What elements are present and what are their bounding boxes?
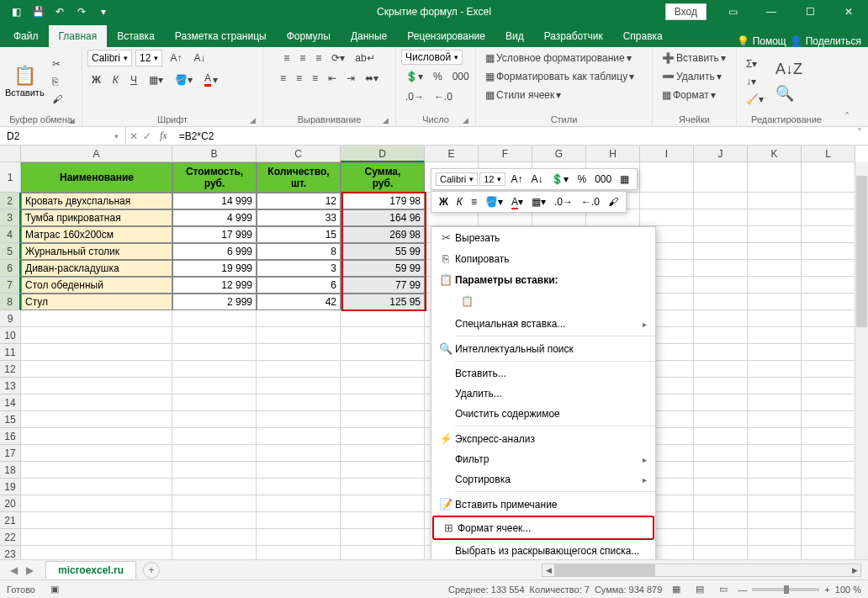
- tab-developer[interactable]: Разработчик: [534, 25, 613, 47]
- copy-icon[interactable]: ⎘: [48, 73, 66, 90]
- redo-icon[interactable]: ↷: [72, 3, 91, 21]
- cell[interactable]: [341, 394, 425, 411]
- number-format-combo[interactable]: Числовой▾: [401, 50, 463, 65]
- col-header-J[interactable]: J: [694, 146, 748, 162]
- cancel-formula-icon[interactable]: ✕: [130, 130, 138, 142]
- mini-italic-icon[interactable]: К: [453, 194, 466, 209]
- cell[interactable]: [694, 479, 748, 495]
- cell[interactable]: [748, 495, 802, 512]
- cell[interactable]: [257, 378, 341, 394]
- qat-dropdown-icon[interactable]: ▾: [94, 3, 113, 21]
- share-button[interactable]: 👤Поделиться: [790, 35, 861, 47]
- row-header-5[interactable]: 5: [0, 243, 21, 260]
- table-cell-qty[interactable]: 33: [257, 209, 341, 226]
- cell[interactable]: [257, 445, 341, 462]
- cell[interactable]: [694, 495, 748, 512]
- table-cell-qty[interactable]: 3: [257, 260, 341, 277]
- row-header-11[interactable]: 11: [0, 344, 21, 361]
- cell[interactable]: [694, 529, 748, 546]
- table-cell-price[interactable]: 6 999: [172, 243, 257, 260]
- cell[interactable]: [748, 327, 802, 344]
- col-header-L[interactable]: L: [802, 146, 855, 162]
- table-cell-sum[interactable]: 125 95: [341, 294, 425, 310]
- table-cell-qty[interactable]: 6: [257, 277, 341, 294]
- table-cell-name[interactable]: Кровать двухспальная: [21, 193, 172, 209]
- cell[interactable]: [802, 495, 855, 512]
- comma-icon[interactable]: 000: [448, 68, 474, 85]
- table-cell-name[interactable]: Стол обеденный: [21, 277, 172, 294]
- cell[interactable]: [694, 394, 748, 411]
- add-sheet-button[interactable]: +: [143, 562, 160, 579]
- table-cell-sum[interactable]: 59 99: [341, 260, 425, 277]
- row-header-17[interactable]: 17: [0, 445, 21, 462]
- cell[interactable]: [802, 529, 855, 546]
- cell[interactable]: [694, 243, 748, 260]
- table-cell-name[interactable]: Тумба прикроватная: [21, 209, 172, 226]
- cell[interactable]: [748, 209, 802, 226]
- table-header[interactable]: Наименование: [21, 162, 172, 193]
- mini-decrease-font-icon[interactable]: A↓: [527, 172, 546, 187]
- percent-icon[interactable]: %: [429, 68, 447, 85]
- name-box[interactable]: D2▾: [0, 127, 126, 145]
- cell[interactable]: [748, 378, 802, 394]
- row-header-16[interactable]: 16: [0, 428, 21, 445]
- cell[interactable]: [802, 162, 855, 193]
- cell[interactable]: [640, 209, 694, 226]
- cell[interactable]: [748, 344, 802, 361]
- table-header[interactable]: Сумма,руб.: [341, 162, 425, 193]
- table-cell-name[interactable]: Журнальный столик: [21, 243, 172, 260]
- paste-button[interactable]: Вставить: [5, 87, 45, 98]
- mini-currency-icon[interactable]: 💲▾: [548, 172, 572, 187]
- cell[interactable]: [257, 361, 341, 378]
- save-icon[interactable]: 💾: [29, 3, 47, 21]
- row-header-22[interactable]: 22: [0, 529, 21, 546]
- cell[interactable]: [341, 512, 425, 529]
- table-cell-qty[interactable]: 15: [257, 226, 341, 243]
- cell[interactable]: [802, 209, 855, 226]
- indent-dec-icon[interactable]: ⇤: [324, 70, 341, 87]
- dialog-launcher-icon[interactable]: ◢: [250, 116, 256, 124]
- cell[interactable]: [802, 344, 855, 361]
- cell[interactable]: [802, 243, 855, 260]
- vertical-scrollbar[interactable]: [855, 162, 868, 559]
- cell[interactable]: [694, 277, 748, 294]
- maximize-icon[interactable]: ☐: [791, 0, 829, 24]
- row-header-12[interactable]: 12: [0, 361, 21, 378]
- table-cell-name[interactable]: Стул: [21, 294, 172, 310]
- cell[interactable]: [172, 445, 257, 462]
- collapse-ribbon-icon[interactable]: ˄: [844, 111, 849, 123]
- autosum-icon[interactable]: Σ▾: [742, 56, 768, 72]
- conditional-format-button[interactable]: ▦ Условное форматирование ▾: [481, 50, 636, 66]
- table-cell-sum[interactable]: 77 99: [341, 277, 425, 294]
- ctx-delete[interactable]: Удалить...: [431, 384, 655, 404]
- tab-help[interactable]: Справка: [613, 25, 673, 47]
- table-cell-price[interactable]: 2 999: [172, 294, 257, 310]
- cell[interactable]: [748, 277, 802, 294]
- cell[interactable]: [172, 411, 257, 428]
- enter-formula-icon[interactable]: ✓: [143, 130, 151, 142]
- cell[interactable]: [802, 193, 855, 209]
- cell-styles-button[interactable]: ▦ Стили ячеек ▾: [481, 87, 565, 103]
- font-size-combo[interactable]: 12▾: [135, 50, 162, 66]
- wrap-text-icon[interactable]: ab↵: [351, 50, 378, 66]
- cell[interactable]: [172, 394, 257, 411]
- decrease-font-icon[interactable]: A↓: [189, 50, 209, 66]
- cell[interactable]: [341, 344, 425, 361]
- cell[interactable]: [802, 411, 855, 428]
- cell[interactable]: [694, 226, 748, 243]
- col-header-A[interactable]: A: [21, 146, 172, 162]
- cell[interactable]: [694, 378, 748, 394]
- signin-button[interactable]: Вход: [665, 3, 707, 20]
- expand-formula-bar-icon[interactable]: ˅: [851, 127, 868, 145]
- cell[interactable]: [640, 162, 694, 193]
- cell[interactable]: [257, 428, 341, 445]
- table-cell-price[interactable]: 12 999: [172, 277, 257, 294]
- mini-fontcolor-icon[interactable]: A▾: [508, 194, 527, 209]
- ctx-cut[interactable]: ✂Вырезать: [431, 227, 655, 248]
- select-all-button[interactable]: [0, 146, 21, 162]
- mini-bold-icon[interactable]: Ж: [436, 194, 452, 209]
- macro-record-icon[interactable]: ▣: [50, 584, 59, 595]
- find-icon[interactable]: 🔍: [771, 82, 807, 105]
- cell[interactable]: [341, 361, 425, 378]
- row-header-6[interactable]: 6: [0, 260, 21, 277]
